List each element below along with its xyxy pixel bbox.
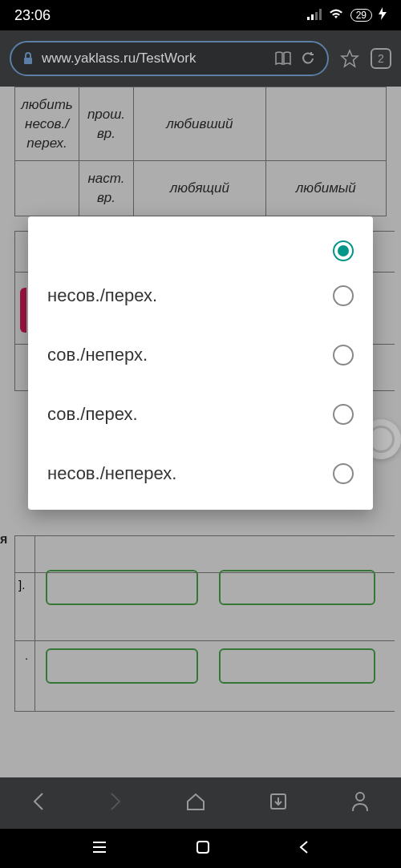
reload-icon[interactable] (300, 50, 316, 67)
bottom-nav (0, 777, 401, 829)
radio-icon (333, 345, 354, 365)
option-label: сов./перех. (47, 404, 138, 425)
system-nav (0, 829, 401, 868)
url-text: www.yaklass.ru/TestWork (42, 50, 266, 67)
radio-selected-icon (333, 240, 354, 261)
forward-icon[interactable] (108, 790, 123, 816)
home-icon[interactable] (185, 792, 206, 814)
charging-icon (379, 7, 387, 24)
status-time: 23:06 (14, 7, 51, 24)
radio-icon (333, 404, 354, 425)
svg-rect-3 (319, 9, 322, 20)
radio-icon (333, 463, 354, 484)
status-bar: 23:06 29 (0, 0, 401, 30)
modal-option-0[interactable] (28, 236, 373, 266)
url-bar[interactable]: www.yaklass.ru/TestWork (10, 41, 329, 76)
modal-option-4[interactable]: несов./неперех. (28, 444, 373, 503)
svg-rect-2 (315, 12, 318, 20)
modal-option-1[interactable]: несов./перех. (28, 266, 373, 325)
signal-icon (307, 7, 322, 24)
radio-icon (333, 285, 354, 306)
tab-count[interactable]: 2 (371, 48, 391, 69)
menu-icon[interactable] (91, 841, 107, 857)
home-button-icon[interactable] (195, 839, 211, 858)
modal-option-3[interactable]: сов./перех. (28, 385, 373, 444)
option-label: сов./неперх. (47, 345, 148, 365)
selection-modal: несов./перех. сов./неперх. сов./перех. н… (28, 216, 373, 510)
battery-badge: 29 (350, 9, 372, 22)
option-label: несов./перех. (47, 285, 157, 306)
svg-rect-0 (307, 17, 310, 20)
svg-rect-10 (197, 842, 209, 853)
svg-rect-1 (311, 14, 314, 20)
modal-option-2[interactable]: сов./неперх. (28, 325, 373, 385)
reader-icon[interactable] (274, 51, 292, 66)
svg-point-6 (356, 793, 364, 801)
back-icon[interactable] (31, 790, 46, 816)
profile-icon[interactable] (350, 791, 370, 815)
downloads-icon[interactable] (269, 792, 288, 814)
page-content: любить несов./ перех. прош. вр. любивший… (0, 87, 401, 777)
svg-rect-4 (24, 58, 32, 64)
back-button-icon[interactable] (298, 839, 310, 858)
star-icon[interactable] (340, 49, 359, 68)
lock-icon (22, 52, 34, 65)
browser-chrome: www.yaklass.ru/TestWork 2 (0, 30, 401, 87)
wifi-icon (328, 7, 344, 24)
option-label: несов./неперех. (47, 463, 176, 484)
status-right: 29 (307, 7, 387, 24)
